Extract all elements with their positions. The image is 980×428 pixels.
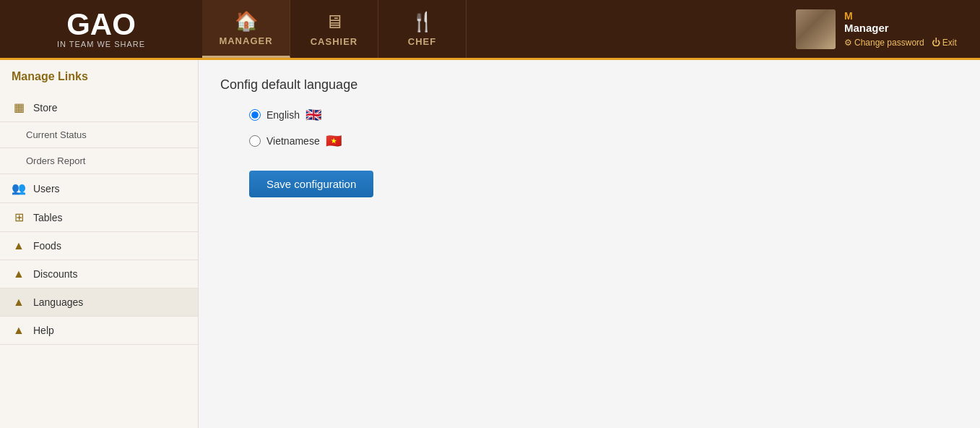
power-icon: ⏻ [932,38,940,48]
sidebar-item-tables[interactable]: ⊞ Tables [0,203,198,232]
sidebar-item-store[interactable]: ▦ Store [0,93,198,122]
tab-cashier[interactable]: 🖥 CASHIER [290,0,378,58]
tab-chef[interactable]: 🍴 CHEF [378,0,467,58]
vietnamese-option[interactable]: Vietnamese 🇻🇳 [249,133,958,149]
gear-icon: ⚙ [844,38,852,48]
english-label: English [266,109,300,121]
avatar-image [796,9,836,49]
english-option[interactable]: English 🇬🇧 [249,107,958,123]
sidebar-item-tables-label: Tables [33,212,62,223]
logo-tagline: IN TEAM WE SHARE [57,40,145,48]
sidebar-item-help-label: Help [33,325,54,336]
avatar [796,9,836,49]
help-icon: ▲ [12,324,26,337]
user-actions: ⚙ Change password ⏻ Exit [844,38,957,48]
sidebar-item-help[interactable]: ▲ Help [0,317,198,345]
change-password-button[interactable]: ⚙ Change password [844,38,924,48]
tables-icon: ⊞ [12,210,26,224]
sidebar-item-orders-report[interactable]: Orders Report [0,148,198,174]
chef-icon: 🍴 [411,11,434,33]
header: GAO IN TEAM WE SHARE 🏠 MANAGER 🖥 CASHIER… [0,0,980,58]
change-password-label: Change password [854,38,924,48]
english-radio[interactable] [249,109,261,121]
sidebar: Manage Links ▦ Store Current Status Orde… [0,60,199,428]
user-name: Manager [844,22,957,34]
nav-tabs: 🏠 MANAGER 🖥 CASHIER 🍴 CHEF [202,0,494,58]
logo: GAO IN TEAM WE SHARE [57,9,145,48]
tab-manager[interactable]: 🏠 MANAGER [202,0,290,58]
vietnamese-flag: 🇻🇳 [326,133,342,149]
sidebar-item-users-label: Users [33,183,60,194]
discounts-icon: ▲ [12,268,26,281]
vietnamese-label: Vietnamese [266,135,320,147]
exit-label: Exit [942,38,957,48]
sidebar-item-current-status[interactable]: Current Status [0,122,198,148]
sidebar-item-orders-report-label: Orders Report [26,155,85,166]
manager-icon: 🏠 [235,10,258,33]
foods-icon: ▲ [12,239,26,252]
cashier-icon: 🖥 [325,11,344,33]
main-layout: Manage Links ▦ Store Current Status Orde… [0,60,980,428]
sidebar-item-foods-label: Foods [33,240,61,252]
english-flag: 🇬🇧 [305,107,321,123]
user-initial: M [844,10,957,22]
content-title: Config default language [220,77,958,93]
tab-cashier-label: CASHIER [311,36,358,47]
content-area: Config default language English 🇬🇧 Vietn… [199,60,980,428]
tab-chef-label: CHEF [408,36,436,47]
vietnamese-radio[interactable] [249,135,261,147]
sidebar-item-languages[interactable]: ▲ Languages [0,288,198,317]
languages-icon: ▲ [12,296,26,309]
tab-manager-label: MANAGER [219,35,272,46]
language-radio-group: English 🇬🇧 Vietnamese 🇻🇳 [249,107,958,149]
sidebar-item-discounts-label: Discounts [33,268,77,280]
sidebar-item-store-label: Store [33,102,57,114]
exit-button[interactable]: ⏻ Exit [932,38,957,48]
sidebar-item-languages-label: Languages [33,296,83,308]
logo-name: GAO [57,9,145,40]
user-info: M Manager ⚙ Change password ⏻ Exit [844,10,957,48]
logo-area: GAO IN TEAM WE SHARE [0,0,202,58]
sidebar-item-current-status-label: Current Status [26,129,87,140]
sidebar-item-discounts[interactable]: ▲ Discounts [0,260,198,288]
sidebar-item-users[interactable]: 👥 Users [0,174,198,203]
sidebar-item-foods[interactable]: ▲ Foods [0,232,198,260]
users-icon: 👥 [12,181,26,195]
header-spacer [494,0,786,58]
user-area: M Manager ⚙ Change password ⏻ Exit [785,0,980,58]
save-configuration-button[interactable]: Save configuration [249,171,373,197]
sidebar-title: Manage Links [0,60,198,93]
store-icon: ▦ [12,100,26,114]
